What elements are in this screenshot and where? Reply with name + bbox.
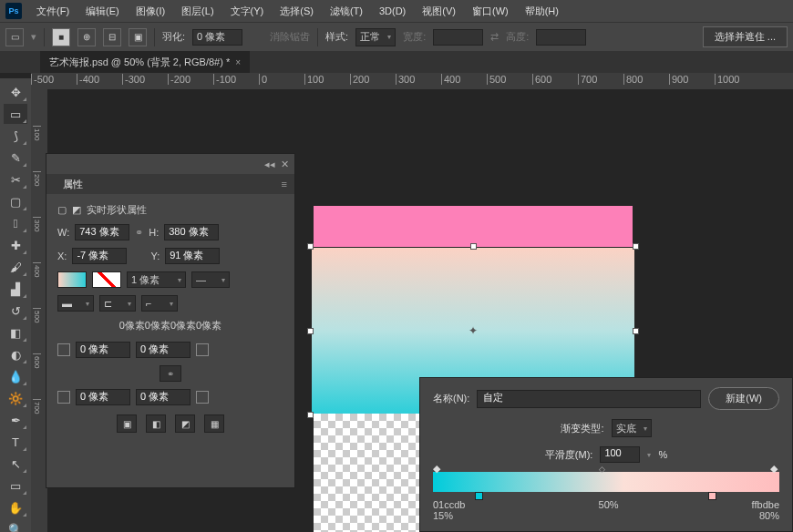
document-tab[interactable]: 艺术海报.psd @ 50% (背景 2, RGB/8#) * × xyxy=(40,51,250,73)
quick-select-tool[interactable]: ✎ xyxy=(4,148,27,168)
corner-br-input[interactable]: 0 像素 xyxy=(136,389,191,405)
menu-view[interactable]: 视图(V) xyxy=(415,2,463,21)
pen-tool[interactable]: ✒ xyxy=(4,410,27,430)
menu-bar: Ps 文件(F) 编辑(E) 图像(I) 图层(L) 文字(Y) 选择(S) 滤… xyxy=(0,0,793,22)
panel-collapse-icon[interactable]: ◂◂ xyxy=(264,159,275,170)
corner-summary: 0像素0像素0像素0像素 xyxy=(57,319,283,332)
corner-bl-input[interactable]: 0 像素 xyxy=(76,389,130,405)
path-select-tool[interactable]: ↖ xyxy=(4,454,27,474)
move-tool[interactable]: ✥ xyxy=(4,82,27,102)
frame-tool[interactable]: ▢ xyxy=(4,191,27,211)
menu-file[interactable]: 文件(F) xyxy=(29,2,77,21)
panel-close-icon[interactable]: ✕ xyxy=(281,159,289,170)
handle-mid-left[interactable] xyxy=(307,328,314,334)
app-logo: Ps xyxy=(5,3,22,19)
menu-select[interactable]: 选择(S) xyxy=(273,2,321,21)
corners-select[interactable]: ⌐ xyxy=(141,295,178,312)
width-w-label: W: xyxy=(57,227,69,238)
stroke-type-select[interactable]: — xyxy=(191,271,230,288)
menu-type[interactable]: 文字(Y) xyxy=(223,2,272,21)
y-input[interactable]: 91 像素 xyxy=(165,248,220,264)
marquee-tool-icon[interactable]: ▭ xyxy=(5,28,24,46)
align-select[interactable]: ▬ xyxy=(57,295,94,312)
gradient-bar[interactable]: ◆ ◆ ◇ xyxy=(433,472,779,492)
style-select[interactable]: 正常 xyxy=(355,28,396,46)
stroke-width-input[interactable]: 1 像素 xyxy=(127,271,186,288)
gradient-type-select[interactable]: 实底 xyxy=(612,419,652,437)
crop-tool[interactable]: ✂ xyxy=(4,169,27,189)
menu-image[interactable]: 图像(I) xyxy=(129,2,172,21)
menu-help[interactable]: 帮助(H) xyxy=(518,2,566,21)
corner-tl-input[interactable]: 0 像素 xyxy=(76,342,130,358)
ruler-horizontal: -500-400-300-200-10001002003004005006007… xyxy=(31,73,793,89)
gradient-name-input[interactable]: 自定 xyxy=(477,390,701,408)
eyedropper-tool[interactable]: 𓁴 xyxy=(4,213,27,233)
brush-tool[interactable]: 🖌 xyxy=(4,257,27,277)
hand-tool[interactable]: ✋ xyxy=(4,497,27,517)
corner-tl-check[interactable] xyxy=(57,343,70,356)
toolbox: ✥ ▭ ⟆ ✎ ✂ ▢ 𓁴 ✚ 🖌 ▟ ↺ ◧ ◐ 💧 🔆 ✒ T ↖ ▭ ✋ … xyxy=(0,78,31,532)
pathop-exclude-icon[interactable]: ▦ xyxy=(204,414,224,433)
antialias-label: 消除锯齿 xyxy=(270,30,310,44)
midpoint-marker[interactable]: ◇ xyxy=(599,465,605,474)
select-and-mask-button[interactable]: 选择并遮住 ... xyxy=(703,26,788,47)
gradient-new-button[interactable]: 新建(W) xyxy=(708,387,779,410)
gradient-tool[interactable]: ◐ xyxy=(4,344,27,364)
pathop-combine-icon[interactable]: ▣ xyxy=(117,414,137,433)
menu-edit[interactable]: 编辑(E) xyxy=(78,2,127,21)
smoothness-input[interactable]: 100 xyxy=(600,446,640,463)
x-label: X: xyxy=(57,251,67,261)
corner-br-check[interactable] xyxy=(196,391,209,404)
stamp-tool[interactable]: ▟ xyxy=(4,279,27,299)
gradient-name-label: 名称(N): xyxy=(433,392,469,405)
subtract-selection-icon[interactable]: ⊟ xyxy=(103,28,121,46)
link-wh-icon[interactable]: ⚭ xyxy=(135,227,143,239)
feather-input[interactable]: 0 像素 xyxy=(192,29,242,46)
handle-top-mid[interactable] xyxy=(470,243,477,250)
tab-close-icon[interactable]: × xyxy=(235,57,241,67)
color-stop-right[interactable] xyxy=(708,492,717,503)
new-selection-icon[interactable]: ■ xyxy=(52,28,70,46)
corner-tr-check[interactable] xyxy=(196,343,209,356)
color-stop-left[interactable] xyxy=(475,492,484,503)
history-brush-tool[interactable]: ↺ xyxy=(4,301,27,321)
add-selection-icon[interactable]: ⊕ xyxy=(77,28,96,46)
opacity-stop-right[interactable]: ◆ xyxy=(770,463,779,472)
pathop-subtract-icon[interactable]: ◧ xyxy=(146,414,166,433)
height-input[interactable]: 380 像素 xyxy=(164,224,219,240)
lasso-tool[interactable]: ⟆ xyxy=(4,126,27,146)
height-label: 高度: xyxy=(506,30,529,44)
shape-tool[interactable]: ▭ xyxy=(4,476,27,496)
swap-icon: ⇄ xyxy=(490,31,499,43)
zoom-tool[interactable]: 🔍 xyxy=(4,519,27,532)
type-tool[interactable]: T xyxy=(4,432,27,452)
menu-3d[interactable]: 3D(D) xyxy=(372,3,413,19)
caps-select[interactable]: ⊏ xyxy=(99,295,136,312)
fill-swatch[interactable] xyxy=(57,271,87,288)
healing-tool[interactable]: ✚ xyxy=(4,235,27,255)
menu-filter[interactable]: 滤镜(T) xyxy=(323,2,370,21)
blur-tool[interactable]: 💧 xyxy=(4,366,27,386)
handle-top-right[interactable] xyxy=(633,243,639,250)
marquee-tool[interactable]: ▭ xyxy=(4,104,27,124)
width-input[interactable]: 743 像素 xyxy=(75,224,129,240)
menu-layer[interactable]: 图层(L) xyxy=(174,2,221,21)
stroke-swatch[interactable] xyxy=(92,271,121,288)
handle-mid-right[interactable] xyxy=(633,328,639,334)
gradient-type-label: 渐变类型: xyxy=(561,422,603,435)
panel-menu-icon[interactable]: ≡ xyxy=(282,179,294,189)
corner-tr-input[interactable]: 0 像素 xyxy=(136,342,191,358)
percent-label: % xyxy=(658,449,667,460)
intersect-selection-icon[interactable]: ▣ xyxy=(129,28,147,46)
menu-window[interactable]: 窗口(W) xyxy=(465,2,516,21)
opacity-stop-left[interactable]: ◆ xyxy=(433,463,442,472)
handle-top-left[interactable] xyxy=(307,243,314,250)
handle-bot-left[interactable] xyxy=(307,412,314,418)
dodge-tool[interactable]: 🔆 xyxy=(4,388,27,408)
corner-bl-check[interactable] xyxy=(57,391,70,404)
panel-tab-properties[interactable]: 属性 xyxy=(56,174,90,195)
x-input[interactable]: -7 像素 xyxy=(72,248,127,264)
pathop-intersect-icon[interactable]: ◩ xyxy=(175,414,195,433)
eraser-tool[interactable]: ◧ xyxy=(4,322,27,343)
link-corners-icon[interactable]: ⚭ xyxy=(160,365,181,382)
